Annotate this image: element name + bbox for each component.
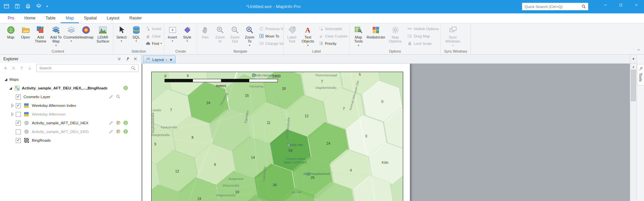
previous-view-button[interactable]: Previous View▾ — [258, 25, 284, 32]
remove-icon[interactable] — [11, 65, 16, 71]
tab-tools[interactable]: Tools — [637, 64, 644, 85]
close-panel-icon[interactable] — [133, 56, 138, 61]
move-up-icon[interactable] — [19, 65, 24, 71]
heatmap-button[interactable]: Heatmap▾ — [78, 25, 93, 40]
scroll-up-icon[interactable]: ▲ — [630, 64, 637, 70]
ribbon-tab-layout[interactable]: Layout — [102, 13, 124, 23]
hotlink-options-button[interactable]: Hotlink Options▾ — [406, 25, 440, 32]
zoom-to-button[interactable]: Zoom To▾ — [242, 25, 257, 48]
ribbon-tab-pro[interactable]: Pro — [3, 13, 19, 23]
qat-customize-dropdown-icon[interactable]: ▾ — [46, 5, 48, 8]
tab-layout[interactable]: Layout ♦ ✕ — [143, 56, 175, 63]
expander-icon[interactable] — [3, 77, 8, 82]
text-objects-button[interactable]: AText Objects▾ — [299, 25, 317, 48]
layer-row-weekday-afternoon-index[interactable]: ✓ Weekday Afternoon Index — [0, 101, 141, 110]
explorer-search-input[interactable]: Search — [36, 64, 139, 72]
edit-style-icon[interactable] — [108, 129, 114, 134]
ribbon-tab-table[interactable]: Table — [41, 13, 61, 23]
expander-icon[interactable] — [8, 86, 13, 90]
layer-checkbox[interactable]: ✓ — [16, 103, 21, 108]
layout-page[interactable]: Köln HansaringHansaringHansaringThürmche… — [143, 64, 410, 201]
hex-value-label: 24 — [326, 141, 330, 145]
layer-row-weekday-afternoon[interactable]: ✓ Weekday Afternoon — [0, 110, 141, 119]
layer-checkbox[interactable]: ✓ — [16, 94, 21, 99]
collapse-ribbon-icon[interactable] — [636, 47, 641, 53]
lidar-surface-button[interactable]: LiDAR Surface▾ — [93, 25, 112, 44]
tree-item-maps[interactable]: Maps — [0, 75, 141, 84]
layer-row-hex[interactable]: ✓ Activity_sample_AFT_DEU_HEX — [0, 119, 141, 127]
globe-icon[interactable] — [123, 129, 128, 134]
qat-print-icon[interactable] — [25, 3, 31, 9]
move-down-icon[interactable] — [27, 65, 33, 71]
globe-icon[interactable] — [123, 120, 128, 126]
add-to-map-button[interactable]: Add To Map▾ — [48, 25, 64, 48]
zoom-layer-icon[interactable] — [115, 94, 121, 99]
ribbon-tab-raster[interactable]: Raster — [124, 13, 147, 23]
style-button[interactable]: Style▾ — [180, 25, 195, 43]
cosmetic-button[interactable]: Cosmetic▾ — [64, 25, 78, 43]
expander-icon[interactable] — [10, 103, 15, 108]
panel-position-icon[interactable] — [117, 56, 122, 61]
explorer-panel: Explorer Search — [0, 55, 142, 201]
expander-icon[interactable] — [10, 112, 15, 117]
scrollbar-thumb[interactable] — [631, 70, 636, 101]
sync-windows-button[interactable]: Sync Windows▾ — [441, 25, 464, 48]
qat-window-icon[interactable] — [3, 3, 10, 9]
edit-style-icon[interactable] — [108, 94, 114, 99]
map-button[interactable]: Map▾ — [3, 25, 18, 40]
layer-checkbox[interactable]: ✓ — [16, 121, 21, 126]
pin-icon[interactable] — [125, 56, 130, 61]
layout-canvas[interactable]: Köln HansaringHansaringHansaringThürmche… — [142, 64, 630, 201]
search-icon[interactable] — [581, 4, 586, 9]
search-icon[interactable] — [130, 65, 136, 71]
close-tab-icon[interactable]: ✕ — [170, 58, 172, 62]
quick-search-box[interactable]: Quick Search (Ctrl+Q) — [522, 3, 588, 10]
change-view-button[interactable]: Change View▾ — [258, 40, 284, 47]
layout-map[interactable]: Köln HansaringHansaringHansaringThürmche… — [152, 72, 403, 201]
invert-button[interactable]: Invert▾ — [145, 25, 163, 32]
clear-button[interactable]: Clear▾ — [145, 32, 163, 40]
selectable-button[interactable]: Selectable▾ — [318, 25, 348, 32]
find-button[interactable]: Find▾ — [145, 40, 163, 47]
pan-button[interactable]: Pan▾ — [198, 25, 213, 40]
vertical-scrollbar[interactable]: ▼ ▲ — [630, 55, 637, 201]
sql-button[interactable]: SQL▾ — [129, 25, 144, 43]
map-frame[interactable]: Köln HansaringHansaringHansaringThürmche… — [151, 72, 403, 201]
layer-style-icon[interactable] — [115, 129, 121, 134]
redistricter-button[interactable]: Redistricter▾ — [367, 25, 385, 40]
minimize-button[interactable] — [598, 0, 613, 10]
layer-style-icon[interactable] — [115, 120, 121, 126]
layer-row-erg[interactable]: ✓ Activity_sample_AFT_DEU_ERG — [0, 127, 141, 136]
label-tool-button[interactable]: Label Tool▾ — [284, 25, 299, 44]
layer-row-bingroads[interactable]: ✓ BingRoads — [0, 136, 141, 145]
drag-map-button[interactable]: Drag Map▾ — [406, 32, 440, 40]
insert-button[interactable]: Insert▾ — [165, 25, 180, 43]
maximize-button[interactable] — [613, 0, 629, 10]
ribbon-tab-map[interactable]: Map — [61, 13, 79, 23]
qat-workspace-icon[interactable] — [14, 3, 20, 9]
close-button[interactable] — [629, 0, 644, 10]
layer-checkbox[interactable]: ✓ — [16, 138, 21, 143]
select-button[interactable]: Select▾ — [114, 25, 129, 43]
map-options-button[interactable]: Map Options▾ — [385, 25, 405, 44]
priority-button[interactable]: Priority▾ — [318, 40, 348, 47]
open-button[interactable]: Open▾ — [18, 25, 33, 40]
ribbon-tab-spatial[interactable]: Spatial — [79, 13, 102, 23]
map-tools-button[interactable]: Map Tools▾ — [350, 25, 367, 48]
qat-layers-icon[interactable] — [36, 3, 42, 9]
add-theme-button[interactable]: Add Theme▾ — [33, 25, 48, 44]
zoom-in-button[interactable]: Zoom In▾ — [213, 25, 227, 44]
tree-item-map[interactable]: Activity_sample_AFT_DEU_HEX,....,BingRoa… — [0, 84, 141, 92]
edit-style-icon[interactable] — [108, 120, 114, 126]
layer-checkbox[interactable]: ✓ — [16, 112, 21, 117]
zoom-out-button[interactable]: Zoom Out▾ — [227, 25, 242, 44]
clear-custom-button[interactable]: Clear Custom▾ — [318, 32, 348, 40]
ribbon-tab-home[interactable]: Home — [19, 13, 40, 23]
add-icon[interactable] — [3, 65, 8, 71]
layer-row-cosmetic[interactable]: ✓ Cosmetic Layer — [0, 92, 141, 101]
layer-checkbox[interactable]: ✓ — [16, 129, 21, 134]
lock-scale-button[interactable]: Lock Scale▾ — [406, 40, 440, 47]
globe-icon[interactable] — [123, 85, 128, 91]
window-list-dropdown-icon[interactable]: ▼ — [630, 55, 637, 64]
move-to-button[interactable]: Move To▾ — [258, 32, 284, 40]
